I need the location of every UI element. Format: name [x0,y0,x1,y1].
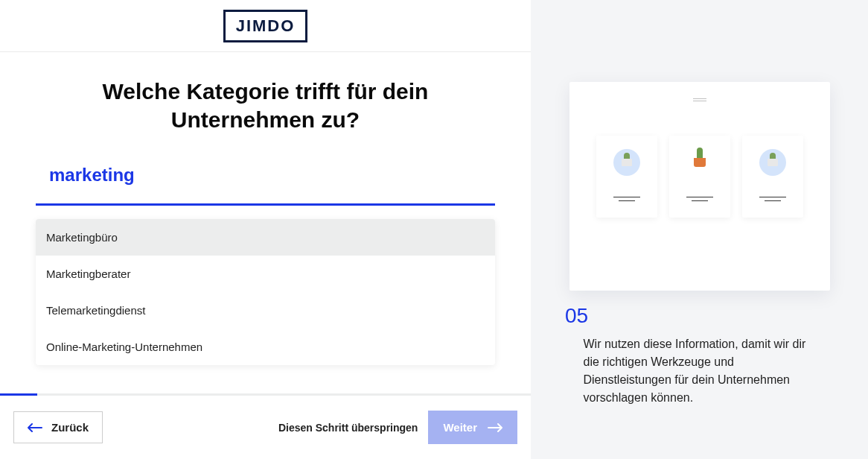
plant-icon [613,149,640,176]
logo: JIMDO [223,10,308,42]
preview-item [596,136,657,218]
autocomplete-option[interactable]: Marketingbüro [36,219,495,256]
next-button[interactable]: Weiter [428,411,517,444]
autocomplete-option[interactable]: Marketingberater [36,256,495,292]
preview-card [569,82,830,291]
back-button[interactable]: Zurück [13,411,103,443]
category-input[interactable] [49,165,482,186]
footer-nav: Zurück Diesen Schritt überspringen Weite… [0,396,531,459]
sidebar: 05 Wir nutzen diese Information, damit w… [531,0,868,459]
arrow-right-icon [488,423,502,432]
preview-item [742,136,803,218]
hamburger-icon [693,97,706,103]
page-title: Welche Kategorie trifft für dein Unterne… [36,77,495,133]
skip-link[interactable]: Diesen Schritt überspringen [278,422,418,434]
autocomplete-dropdown: Marketingbüro Marketingberater Telemarke… [36,219,495,365]
autocomplete-option[interactable]: Telemarketingdienst [36,292,495,329]
step-description: Wir nutzen diese Information, damit wir … [549,335,850,407]
step-number: 05 [565,304,826,328]
category-input-wrapper[interactable] [36,165,495,206]
cactus-icon [686,149,713,176]
header: JIMDO [0,0,531,52]
back-button-label: Zurück [51,421,89,434]
plant-icon [759,149,786,176]
next-button-label: Weiter [443,421,477,434]
autocomplete-option[interactable]: Online-Marketing-Unternehmen [36,329,495,365]
preview-item [669,136,730,218]
arrow-left-icon [28,423,42,432]
